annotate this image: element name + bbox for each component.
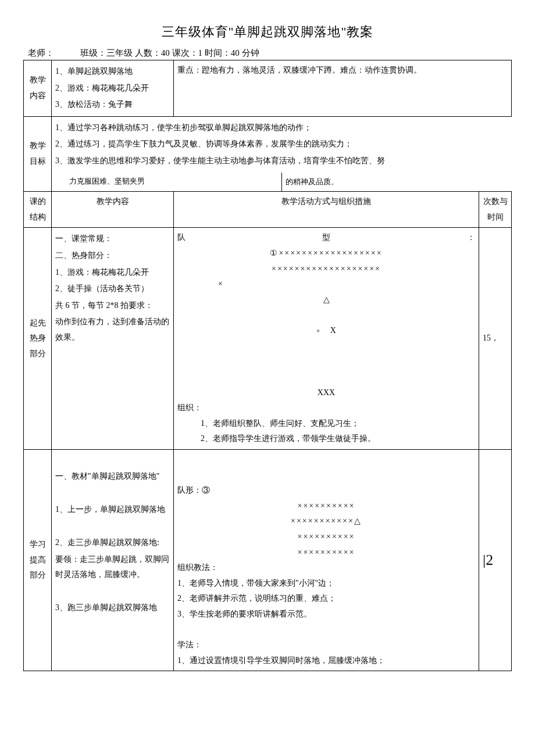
warmup-line: 一、课堂常规： — [55, 231, 170, 247]
teach-goals: 1、通过学习各种跳动练习，使学生初步驾驭单脚起跳双脚落地的动作； 2、通过练习，… — [52, 116, 512, 191]
header-col3: 教学活动方式与组织措施 — [174, 192, 479, 228]
label-teach-goal: 教学目标 — [24, 116, 52, 191]
goal-item: 3、激发学生的思维和学习爱好，使学生能主动主动地参与体育活动，培育学生不怕吃苦、… — [55, 153, 508, 169]
formation-row: ①×××××××××××××××××× — [177, 246, 475, 261]
teach-content-list: 1、单脚起跳双脚落地 2、游戏：梅花梅花几朵开 3、放松活动：兔子舞 — [52, 60, 174, 117]
meta-line: 老师： 班级：三年级 人数：40 课次：1 时间：40 分钟 — [23, 48, 512, 59]
label-learn: 学习提高部分 — [24, 449, 52, 671]
formation-colon: ： — [467, 230, 475, 246]
learn-line: 3、跑三步单脚起跳双脚落地 — [55, 600, 170, 616]
warmup-content: 一、课堂常规： 二、热身部分： 1、游戏：梅花梅花几朵开 2、徒手操（活动各关节… — [52, 228, 174, 450]
label-warmup: 起先热身部分 — [24, 228, 52, 450]
page-title: 三年级体育"单脚起跳双脚落地"教案 — [23, 23, 512, 41]
formation-label2: 型 — [322, 230, 330, 246]
header-struct: 课的结构 — [24, 192, 52, 228]
learn-line: 要领：走三步单脚起跳，双脚同时灵活落地，屈膝缓冲。 — [55, 552, 170, 583]
count-label: 人数： — [135, 48, 161, 58]
goal-item: 2、通过练习，提高学生下肢力气及灵敏、协调等身体素养，发展学生的跳动实力； — [55, 137, 508, 152]
content-item: 2、游戏：梅花梅花几朵开 — [55, 81, 170, 96]
header-col2: 教学内容 — [52, 192, 174, 228]
learn-line: 2、走三步单脚起跳双脚落地: — [55, 535, 170, 551]
x-small-row: × X — [177, 323, 475, 339]
x-alone: × — [177, 277, 475, 292]
goal-item: 1、通过学习各种跳动练习，使学生初步驾驭单脚起跳双脚落地的动作； — [55, 120, 508, 136]
time-value: 40 分钟 — [231, 48, 259, 58]
session-value: 1 — [198, 48, 203, 58]
learn-line: 1、上一步，单脚起跳双脚落地 — [55, 502, 170, 518]
class-label: 班级： — [80, 48, 106, 58]
warmup-line: 1、游戏：梅花梅花几朵开 — [55, 265, 170, 281]
formation-label: 队形：③ — [177, 483, 475, 499]
org-item: 2、老师指导学生进行游戏，带领学生做徒手操。 — [177, 431, 475, 447]
method-item: 2、老师讲解并示范，说明练习的重、难点； — [177, 591, 475, 607]
method-label: 组织教法： — [177, 560, 475, 576]
triangle-icon: △ — [177, 292, 475, 308]
study-item: 1、通过设置情境引导学生双脚同时落地，屈膝缓冲落地； — [177, 653, 475, 669]
label-teach-content: 教学内容 — [24, 60, 52, 117]
goal-item-tail: 力克服困难、坚韧夹男 — [55, 175, 278, 189]
formation-row: ××××××××××××××××××× — [177, 261, 475, 277]
warmup-activity: 队 型 ： ①×××××××××××××××××× ××××××××××××××… — [174, 228, 479, 450]
org-item: 1、老师组织整队、师生问好、支配见习生； — [177, 416, 475, 432]
formation-row: ×××××××××× — [177, 545, 475, 561]
formation-row: ×××××××××× — [177, 499, 475, 514]
method-item: 1、老师导入情境，带领大家来到"小河"边； — [177, 576, 475, 592]
learn-time: |2 — [479, 449, 512, 671]
learn-line: 一、教材"单脚起跳双脚落地" — [55, 469, 170, 485]
warmup-time: 15， — [479, 228, 512, 450]
formation-row: ×××××××××× — [177, 529, 475, 545]
warmup-line: 动作到位有力，达到准备活动的效果。 — [55, 314, 170, 345]
session-label: 课次： — [172, 48, 198, 58]
xxx-row: XXX — [177, 385, 475, 401]
org-label: 组织： — [177, 400, 475, 416]
formation-row: ×××××××××××△ — [177, 514, 475, 529]
header-col4: 次数与时间 — [479, 192, 512, 228]
content-item: 1、单脚起跳双脚落地 — [55, 64, 170, 80]
keypoint: 重点：蹬地有力，落地灵活，双膝缓冲下蹲。难点：动作连贯协调。 — [174, 60, 512, 117]
learn-content: 一、教材"单脚起跳双脚落地" 1、上一步，单脚起跳双脚落地 2、走三步单脚起跳双… — [52, 449, 174, 671]
study-label: 学法： — [177, 637, 475, 653]
class-value: 三年级 — [106, 48, 133, 58]
formation-num: ① — [270, 249, 279, 257]
warmup-line: 2、徒手操（活动各关节） — [55, 281, 170, 297]
lesson-plan-table: 教学内容 1、单脚起跳双脚落地 2、游戏：梅花梅花几朵开 3、放松活动：兔子舞 … — [23, 60, 512, 671]
warmup-line: 二、热身部分： — [55, 248, 170, 264]
learn-activity: 队形：③ ×××××××××× ×××××××××××△ ×××××××××× … — [174, 449, 479, 671]
formation-label: 队 — [177, 230, 186, 246]
method-item: 3、学生按老师的要求听讲解看示范。 — [177, 607, 475, 622]
teacher-label: 老师： — [28, 48, 54, 58]
time-label: 时间： — [205, 48, 231, 58]
goal-item-tail2: 的稍神及品质。 — [286, 177, 338, 186]
content-item: 3、放松活动：兔子舞 — [55, 97, 170, 113]
count-value: 40 — [161, 48, 170, 58]
warmup-line: 共 6 节，每节 2*8 拍要求： — [55, 298, 170, 314]
